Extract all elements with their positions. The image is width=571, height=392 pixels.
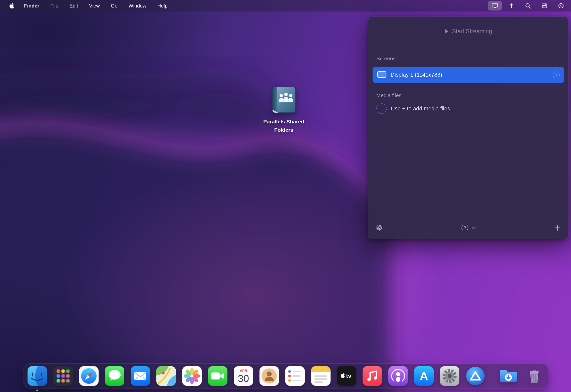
menu-go[interactable]: Go <box>105 0 123 12</box>
add-media-button[interactable] <box>554 225 561 231</box>
help-icon: ? <box>461 224 469 231</box>
dock-divider <box>492 367 492 384</box>
maps-icon <box>156 365 177 386</box>
streaming-app-icon <box>465 365 486 386</box>
screen-mirroring-menu-extra[interactable] <box>488 1 502 11</box>
display-icon <box>377 71 387 79</box>
mail-icon <box>130 365 151 386</box>
dock-item-app-store[interactable]: A <box>413 365 434 386</box>
spotlight-menu-extra[interactable] <box>521 1 535 11</box>
dock-item-photos[interactable] <box>181 365 202 386</box>
help-button[interactable]: ? <box>461 224 469 231</box>
trash-icon <box>524 365 545 386</box>
menu-view[interactable]: View <box>84 0 105 12</box>
dock-item-maps[interactable] <box>156 365 177 386</box>
dock-item-reminders[interactable] <box>284 365 306 386</box>
svg-text:A: A <box>420 369 428 382</box>
dock-item-notes[interactable] <box>310 365 331 386</box>
apple-menu[interactable] <box>5 0 19 12</box>
dock-item-messages[interactable] <box>104 365 125 386</box>
reminders-icon <box>284 365 306 386</box>
screens-section-label: Screens <box>376 56 564 62</box>
menu-bar: Finder File Edit View Go Window Help <box>0 0 571 12</box>
svg-text:APR: APR <box>240 369 247 373</box>
dock-item-safari[interactable] <box>78 365 99 386</box>
dock-item-system-preferences[interactable] <box>439 365 460 386</box>
facetime-icon <box>207 365 228 386</box>
start-streaming-button[interactable]: Start Streaming <box>443 28 494 35</box>
apple-logo-icon <box>9 3 14 9</box>
popover-footer: ? <box>368 216 568 239</box>
svg-text:30: 30 <box>238 373 249 384</box>
menu-bar-status-area <box>488 0 571 12</box>
popover-body: Screens Display 1 (1141x783) i Media fil… <box>368 46 568 216</box>
photos-icon <box>181 365 202 386</box>
finder-running-indicator <box>36 389 38 391</box>
chevron-button[interactable] <box>472 227 476 229</box>
music-icon <box>362 365 383 386</box>
desktop-screen: Finder File Edit View Go Window Help <box>0 0 571 392</box>
status-menu-extra[interactable] <box>504 1 518 11</box>
shared-folders-drive-icon <box>270 86 298 115</box>
apple-tv-icon: tv <box>336 365 357 386</box>
media-section-label: Media files <box>376 92 564 98</box>
desktop-icon-parallels-shared-folders[interactable]: Parallels Shared Folders <box>256 86 311 134</box>
notes-icon <box>310 365 331 386</box>
start-streaming-label: Start Streaming <box>452 28 492 35</box>
info-icon[interactable]: i <box>553 72 559 78</box>
menu-help[interactable]: Help <box>152 0 173 12</box>
system-preferences-icon <box>439 365 460 386</box>
svg-text:?: ? <box>464 226 466 230</box>
menu-file[interactable]: File <box>45 0 64 12</box>
dock-item-trash[interactable] <box>524 365 545 386</box>
dock: APR 30 <box>23 363 548 388</box>
arrow-up-status-icon <box>508 3 515 9</box>
footer-center-group: ? <box>461 224 476 231</box>
menu-bar-left: Finder File Edit View Go Window Help <box>0 0 173 12</box>
dock-item-contacts[interactable] <box>259 365 280 386</box>
contacts-icon <box>259 365 280 386</box>
dock-item-facetime[interactable] <box>207 365 228 386</box>
menu-edit[interactable]: Edit <box>64 0 83 12</box>
control-center-icon <box>541 3 548 9</box>
dock-item-finder[interactable] <box>27 365 48 386</box>
downloads-folder-icon <box>498 365 519 386</box>
plus-icon <box>554 225 561 231</box>
safari-icon <box>78 365 99 386</box>
media-hint-row: Use + to add media files <box>376 103 564 114</box>
display-row[interactable]: Display 1 (1141x783) i <box>373 67 564 83</box>
screen-mirroring-icon <box>492 3 498 9</box>
dock-item-mail[interactable] <box>130 365 151 386</box>
app-menu-finder[interactable]: Finder <box>19 0 45 12</box>
dock-item-calendar[interactable]: APR 30 <box>233 365 254 386</box>
calendar-icon: APR 30 <box>233 365 254 386</box>
podcasts-icon <box>388 365 409 386</box>
play-icon <box>445 29 449 34</box>
messages-icon <box>104 365 125 386</box>
desktop-icon-label: Parallels Shared Folders <box>258 118 310 134</box>
dock-item-music[interactable] <box>362 365 383 386</box>
dock-item-streaming-app[interactable] <box>465 365 486 386</box>
menu-window[interactable]: Window <box>123 0 152 12</box>
chevron-down-icon <box>472 227 476 229</box>
dock-item-launchpad[interactable] <box>53 365 74 386</box>
search-icon <box>525 3 531 9</box>
finder-icon <box>27 365 48 386</box>
gear-icon <box>376 224 383 231</box>
dock-item-downloads[interactable] <box>498 365 519 386</box>
launchpad-icon <box>53 365 74 386</box>
popover-header: Start Streaming <box>368 17 568 46</box>
settings-button[interactable] <box>376 224 383 231</box>
dock-item-podcasts[interactable] <box>388 365 409 386</box>
dashed-circle-icon <box>376 103 387 114</box>
media-hint-text: Use + to add media files <box>391 105 450 112</box>
control-center-menu-extra[interactable] <box>537 1 551 11</box>
siri-icon <box>558 3 564 9</box>
app-store-icon: A <box>413 365 434 386</box>
svg-text:tv: tv <box>346 372 352 379</box>
siri-menu-extra[interactable] <box>554 1 568 11</box>
dock-item-apple-tv[interactable]: tv <box>336 365 357 386</box>
display-label: Display 1 (1141x783) <box>391 72 442 78</box>
streaming-popover: Start Streaming Screens Display 1 (1141x… <box>368 17 568 239</box>
